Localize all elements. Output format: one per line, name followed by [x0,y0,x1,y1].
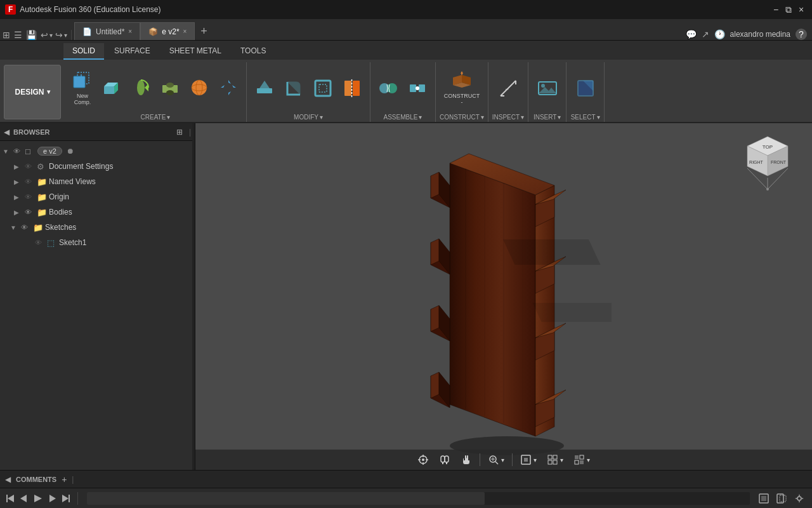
user-name[interactable]: alexandro medina [730,30,790,39]
ev2-visibility-icon[interactable]: 👁 [13,147,23,155]
origin-expand-arrow[interactable] [14,194,23,201]
tab-sheetmetal[interactable]: SHEET METAL [160,43,230,60]
bodies-visibility[interactable]: 👁 [25,208,35,216]
shell-button[interactable] [309,70,337,106]
new-component-button[interactable]: NewComp. [69,70,96,106]
sketches-label: Sketches [45,223,76,232]
comments-collapse-icon[interactable]: ◀ [5,475,11,484]
extrude-button[interactable] [98,70,126,106]
split-button[interactable] [338,70,366,106]
ev2-record-icon[interactable]: ⏺ [67,147,74,156]
create-group-label[interactable]: CREATE ▾ [141,114,171,121]
tree-item-sketch1[interactable]: 👁 ⬚ Sketch1 [0,235,195,250]
hole-button[interactable] [156,70,184,106]
ev2-expand-arrow[interactable] [3,148,11,155]
view-cube[interactable]: TOP FRONT RIGHT [742,133,793,184]
bodies-expand-arrow[interactable] [14,209,23,216]
origin-visibility[interactable]: 👁 [25,193,35,201]
tree-item-sketches[interactable]: 👁 📁 Sketches [0,220,195,235]
select-button[interactable] [572,70,599,106]
frame-select-button[interactable] [756,491,771,506]
tab-ev2-close[interactable]: × [183,28,187,35]
design-button[interactable]: DESIGN ▾ [4,65,61,119]
inspect-group-label[interactable]: INSPECT ▾ [492,114,524,121]
new-tab-button[interactable]: + [195,22,213,40]
zoom-toolbar-button[interactable]: ▾ [484,452,508,467]
quick-access-grid[interactable]: ⊞ [3,30,10,40]
display-toolbar-button[interactable]: ▾ [516,452,540,467]
svg-marker-67 [431,305,439,331]
redo-arrow[interactable]: ▾ [64,32,67,39]
undo-arrow[interactable]: ▾ [49,32,53,39]
playback-play-button[interactable] [33,493,43,504]
playback-settings-button[interactable] [792,491,807,506]
named-views-visibility[interactable]: 👁 [25,178,35,185]
split-icon [342,78,362,98]
joint-button[interactable] [374,70,402,106]
undo-btn[interactable]: ↩ [41,30,48,40]
insert-image-button[interactable] [534,70,561,106]
maximize-button[interactable]: ⧉ [783,4,794,15]
tree-item-origin[interactable]: 👁 📁 Origin [0,189,195,204]
tree-item-named-views[interactable]: 👁 📁 Named Views [0,174,195,189]
browser-collapse-icon[interactable]: ◀ [4,128,10,137]
tree-item-doc-settings[interactable]: 👁 ⚙ Document Settings [0,159,195,174]
magnet-toolbar-button[interactable] [435,452,454,467]
named-views-expand-arrow[interactable] [14,178,23,185]
history-icon[interactable]: 🕐 [714,29,725,39]
browser-pin-icon[interactable]: ⊞ [176,128,183,137]
joint2-button[interactable] [403,70,431,106]
sketches-expand-arrow[interactable] [10,224,19,231]
sketch1-visibility[interactable]: 👁 [35,239,45,246]
assemble-group-label[interactable]: ASSEMBLE ▾ [384,114,422,121]
playback-next-button[interactable] [47,493,57,504]
construct-plane-button[interactable]: CONSTRUCT - [443,70,481,106]
tab-solid[interactable]: SOLID [63,43,104,60]
tab-tools[interactable]: TOOLS [232,43,275,60]
insert-group-label[interactable]: INSERT ▾ [534,114,561,121]
playback-prev-button[interactable] [19,493,29,504]
save-btn[interactable]: 💾 [26,30,37,40]
grid-toolbar-button[interactable]: ▾ [543,452,567,467]
fillet-button[interactable] [280,70,308,106]
pan-toolbar-button[interactable] [457,452,476,467]
doc-settings-expand-arrow[interactable] [14,163,23,170]
close-button[interactable]: × [796,4,807,15]
comments-add-icon[interactable]: + [62,474,67,485]
share-icon[interactable]: ↗ [702,29,709,39]
tree-item-ev2-root[interactable]: 👁 □ e v2 ⏺ [0,144,195,159]
help-icon[interactable]: ? [796,29,807,40]
tab-untitled[interactable]: 📄 Untitled* × [74,22,140,40]
doc-settings-visibility[interactable]: 👁 [25,163,35,170]
tab-surface[interactable]: SURFACE [105,43,159,60]
doc-settings-label: Document Settings [49,162,113,171]
file-menu[interactable]: ☰ [14,30,22,40]
ribbon-group-assemble: ASSEMBLE ▾ [370,62,436,122]
minimize-button[interactable]: − [770,4,782,15]
measure-button[interactable]: ↔ [494,70,522,106]
select-group-label[interactable]: SELECT ▾ [571,114,600,121]
tab-untitled-close[interactable]: × [128,28,132,35]
playback-last-button[interactable] [61,493,71,504]
modify-group-label[interactable]: MODIFY ▾ [294,114,323,121]
svg-text:TOP: TOP [763,144,773,150]
snap-grid-toolbar-button[interactable]: ▾ [570,452,594,467]
redo-btn[interactable]: ↪ [55,30,63,40]
ev2-chip[interactable]: e v2 [37,147,62,156]
sketches-visibility[interactable]: 👁 [21,224,31,231]
construct-group-label[interactable]: CONSTRUCT ▾ [440,114,484,121]
browser-resize-handle[interactable] [192,123,195,470]
timeline[interactable] [87,492,750,505]
tab-ev2[interactable]: 📦 e v2* × [140,22,195,40]
playback-first-button[interactable] [5,493,15,504]
move-button[interactable] [214,70,242,106]
snap-toolbar-button[interactable] [414,452,433,467]
press-pull-button[interactable] [251,70,278,106]
revolve-button[interactable] [127,70,155,106]
tree-item-bodies[interactable]: 👁 📁 Bodies [0,204,195,220]
chat-icon[interactable]: 💬 [686,29,697,39]
viewport[interactable]: TOP FRONT RIGHT [195,123,812,470]
animate-button[interactable] [774,491,789,506]
sphere-button[interactable] [185,70,213,106]
svg-point-10 [166,83,174,88]
